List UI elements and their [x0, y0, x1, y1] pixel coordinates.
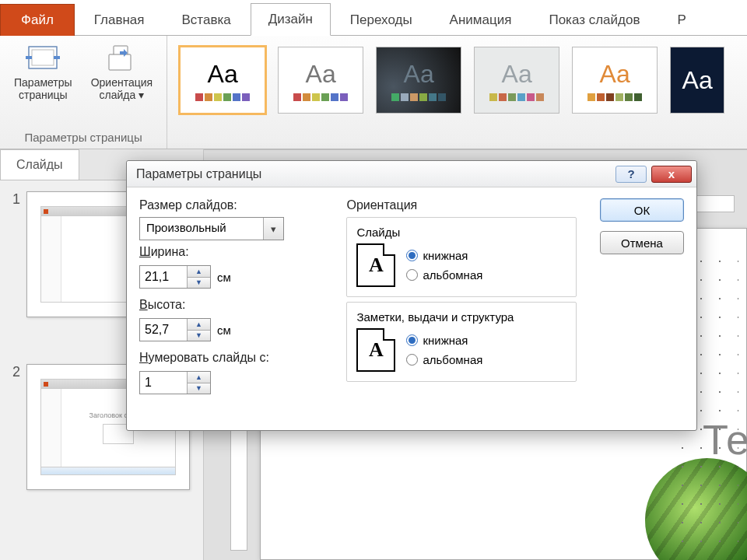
- theme-5[interactable]: Aa: [572, 47, 658, 114]
- ribbon-group-page-setup: Параметры страницы Ориентация слайда ▾ П…: [0, 36, 167, 149]
- tab-file[interactable]: Файл: [0, 4, 75, 36]
- cancel-button[interactable]: Отмена: [600, 231, 684, 254]
- dialog-titlebar[interactable]: Параметры страницы ? х: [127, 161, 696, 187]
- tab-insert[interactable]: Вставка: [164, 4, 249, 36]
- theme-office[interactable]: Aa: [180, 47, 265, 114]
- svg-rect-6: [109, 54, 131, 70]
- tab-transitions[interactable]: Переходы: [332, 4, 430, 36]
- orientation-heading: Ориентация: [346, 198, 577, 212]
- fieldset-notes-title: Заметки, выдачи и структура: [356, 310, 566, 324]
- theme-2[interactable]: Aa: [278, 47, 363, 114]
- number-from-input[interactable]: [140, 372, 187, 394]
- close-button[interactable]: х: [651, 166, 692, 183]
- spin-up-icon[interactable]: ▲: [188, 372, 210, 383]
- theme-3[interactable]: Aa: [376, 47, 461, 114]
- tab-design[interactable]: Дизайн: [251, 3, 331, 36]
- number-from-spinner[interactable]: ▲▼: [139, 371, 211, 394]
- dialog-title: Параметры страницы: [136, 167, 261, 181]
- thumb-number: 2: [8, 364, 20, 380]
- height-unit: см: [217, 324, 231, 337]
- ok-button[interactable]: ОК: [600, 198, 684, 222]
- orientation-label: Ориентация слайда ▾: [91, 76, 153, 101]
- width-input[interactable]: [140, 266, 187, 288]
- orientation-icon: [103, 44, 140, 73]
- height-input[interactable]: [140, 319, 187, 341]
- tab-home[interactable]: Главная: [76, 4, 163, 36]
- chevron-down-icon: ▾: [263, 218, 283, 240]
- fieldset-slides-title: Слайды: [356, 226, 566, 239]
- spin-up-icon[interactable]: ▲: [188, 266, 210, 278]
- slides-size-value: Произвольный: [140, 218, 263, 240]
- page-setup-button[interactable]: Параметры страницы: [8, 40, 79, 104]
- width-label: Ширина:: [139, 245, 323, 259]
- theme-gallery: Aa Aa Aa Aa Aa Aa: [167, 36, 737, 149]
- radio-slides-landscape[interactable]: альбомная: [406, 268, 482, 282]
- theme-swatches: [195, 93, 250, 101]
- svg-rect-3: [26, 56, 32, 59]
- page-setup-icon: [24, 44, 61, 73]
- slide-orientation-button[interactable]: Ориентация слайда ▾: [85, 40, 159, 104]
- help-icon: ?: [627, 167, 634, 180]
- theme-text: Aa: [502, 60, 532, 89]
- spin-down-icon[interactable]: ▼: [188, 278, 210, 289]
- theme-6[interactable]: Aa: [670, 47, 724, 114]
- theme-4[interactable]: Aa: [474, 47, 559, 114]
- number-from-label: Нумеровать слайды с:: [139, 351, 323, 365]
- height-label: Высота:: [139, 298, 323, 312]
- theme-text: Aa: [306, 60, 336, 89]
- height-spinner[interactable]: ▲▼: [139, 318, 211, 341]
- help-button[interactable]: ?: [615, 166, 647, 183]
- theme-text: Aa: [404, 60, 434, 89]
- radio-notes-portrait[interactable]: книжная: [406, 334, 482, 347]
- theme-text: Aa: [208, 60, 238, 89]
- slides-size-label: Размер слайдов:: [139, 198, 323, 212]
- dialog-right-column: ОК Отмена: [600, 198, 684, 419]
- watermelon-image: [645, 458, 747, 560]
- page-setup-label: Параметры страницы: [14, 76, 72, 101]
- width-unit: см: [217, 271, 231, 284]
- spin-up-icon[interactable]: ▲: [188, 319, 210, 331]
- thumb-number: 1: [8, 191, 20, 208]
- fieldset-slides-orientation: Слайды A книжная альбомная: [346, 217, 577, 297]
- page-setup-dialog: Параметры страницы ? х Размер слайдов: П…: [126, 160, 697, 431]
- pane-tab-slides[interactable]: Слайды: [0, 149, 79, 180]
- svg-rect-2: [32, 50, 54, 65]
- portrait-page-icon: A: [356, 328, 395, 372]
- dialog-left-column: Размер слайдов: Произвольный ▾ Ширина: ▲…: [139, 198, 323, 419]
- tab-cut-off[interactable]: Р: [659, 4, 703, 36]
- radio-notes-landscape[interactable]: альбомная: [406, 353, 482, 366]
- theme-swatches: [587, 93, 642, 101]
- theme-text: Aa: [600, 60, 630, 89]
- theme-swatches: [293, 93, 348, 101]
- theme-swatches: [391, 93, 446, 101]
- fieldset-notes-orientation: Заметки, выдачи и структура A книжная ал…: [346, 302, 577, 382]
- width-spinner[interactable]: ▲▼: [139, 265, 211, 289]
- ribbon: Параметры страницы Ориентация слайда ▾ П…: [0, 36, 747, 149]
- svg-rect-4: [54, 56, 60, 59]
- canvas-placeholder-text: Те: [703, 415, 747, 464]
- slides-size-dropdown[interactable]: Произвольный ▾: [139, 217, 284, 240]
- theme-text: Aa: [682, 66, 713, 95]
- portrait-page-icon: A: [356, 243, 395, 287]
- theme-swatches: [489, 93, 544, 101]
- spin-down-icon[interactable]: ▼: [188, 383, 210, 394]
- tab-animation[interactable]: Анимация: [432, 4, 530, 36]
- radio-slides-portrait[interactable]: книжная: [406, 249, 482, 262]
- spin-down-icon[interactable]: ▼: [188, 331, 210, 341]
- tab-slideshow[interactable]: Показ слайдов: [531, 4, 658, 36]
- dialog-mid-column: Ориентация Слайды A книжная альбомная: [346, 198, 577, 419]
- close-icon: х: [668, 167, 675, 180]
- ribbon-tab-strip: Файл Главная Вставка Дизайн Переходы Ани…: [0, 0, 747, 36]
- ribbon-group-label: Параметры страницы: [24, 128, 142, 147]
